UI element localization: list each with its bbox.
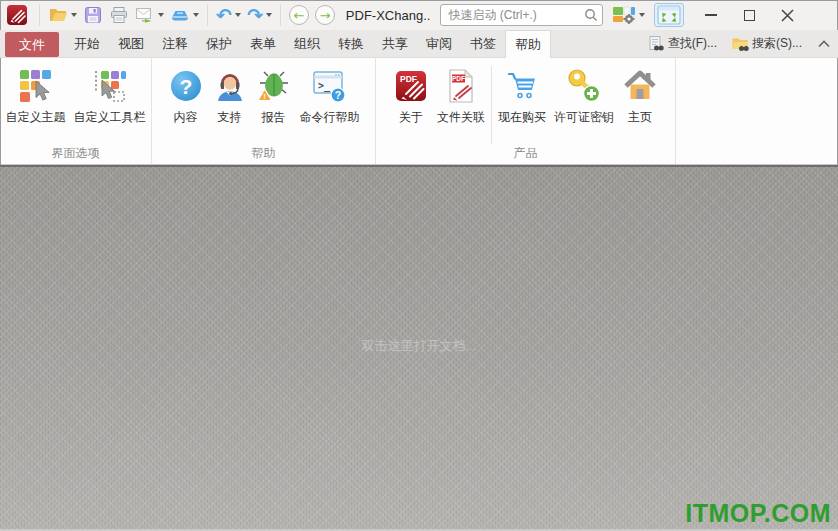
find-button[interactable]: 查找(F)... <box>647 35 717 53</box>
fullscreen-icon <box>657 5 681 25</box>
undo-icon: ↶ <box>216 5 232 25</box>
svg-text:!: ! <box>263 92 266 101</box>
tab-comment[interactable]: 注释 <box>153 30 197 57</box>
window-controls <box>692 0 806 30</box>
close-button[interactable] <box>768 0 806 30</box>
ribbon-empty-area <box>676 58 838 164</box>
home-icon <box>622 68 658 104</box>
print-button[interactable] <box>106 3 132 27</box>
open-document-hint: 双击这里打开文档... <box>362 337 477 355</box>
help-contents-icon: ? <box>168 68 204 104</box>
redo-icon: ↷ <box>247 5 263 25</box>
support-agent-icon <box>212 68 248 104</box>
button-label: 内容 <box>174 109 198 126</box>
fullscreen-button[interactable] <box>654 3 684 27</box>
save-button[interactable] <box>80 3 106 27</box>
search-button[interactable]: 搜索(S)... <box>731 35 802 53</box>
svg-text:PDF: PDF <box>400 74 417 84</box>
customize-theme-icon <box>18 68 54 104</box>
tab-protect[interactable]: 保护 <box>197 30 241 57</box>
customize-toolbars-icon <box>92 68 128 104</box>
ui-options-button[interactable] <box>609 3 648 27</box>
dropdown-caret[interactable] <box>235 13 241 17</box>
minimize-button[interactable] <box>692 0 730 30</box>
folder-open-icon <box>48 5 68 25</box>
title-bar: ↶ ↷ ← → PDF-XChang.. <box>0 0 838 30</box>
open-button[interactable] <box>45 3 80 27</box>
tab-view[interactable]: 视图 <box>109 30 153 57</box>
quick-launch-search[interactable] <box>440 4 603 26</box>
button-label: 现在购买 <box>498 109 546 126</box>
bug-report-icon: ! <box>256 68 292 104</box>
toolbar-separator <box>39 4 40 26</box>
button-label: 命令行帮助 <box>300 109 360 126</box>
quick-launch-input[interactable] <box>440 4 603 26</box>
find-label: 查找(F)... <box>668 35 717 52</box>
command-line-help-button[interactable]: >_ ? 命令行帮助 <box>296 66 364 128</box>
tab-review[interactable]: 审阅 <box>417 30 461 57</box>
dropdown-caret[interactable] <box>639 13 645 17</box>
group-label: 帮助 <box>152 144 375 164</box>
svg-text:PDF: PDF <box>452 75 465 82</box>
search-label: 搜索(S)... <box>752 35 802 52</box>
maximize-button[interactable] <box>730 0 768 30</box>
button-label: 支持 <box>218 109 242 126</box>
tab-file[interactable]: 文件 <box>5 32 59 57</box>
app-logo-icon <box>6 4 28 26</box>
toolbar-separator <box>207 4 208 26</box>
contents-button[interactable]: ? 内容 <box>164 66 208 128</box>
about-button[interactable]: PDF 关于 <box>389 66 433 128</box>
undo-button[interactable]: ↶ <box>213 3 244 27</box>
group-inner-separator <box>491 66 492 144</box>
tab-form[interactable]: 表单 <box>241 30 285 57</box>
document-canvas[interactable]: 双击这里打开文档... ITMOP.COM <box>0 165 838 531</box>
redo-button[interactable]: ↷ <box>244 3 275 27</box>
scanner-icon <box>170 5 190 25</box>
customize-toolbars-button[interactable]: 自定义工具栏 <box>70 66 150 128</box>
back-button[interactable]: ← <box>289 5 309 25</box>
email-button[interactable] <box>132 3 167 27</box>
tab-home[interactable]: 开始 <box>65 30 109 57</box>
tab-convert[interactable]: 转换 <box>329 30 373 57</box>
tab-share[interactable]: 共享 <box>373 30 417 57</box>
svg-text:?: ? <box>179 75 192 98</box>
file-associations-button[interactable]: PDF 文件关联 <box>433 66 489 128</box>
scan-button[interactable] <box>167 3 202 27</box>
watermark-text: ITMOP.COM <box>685 499 831 528</box>
search-folder-icon <box>731 35 749 53</box>
ribbon-tab-bar: 文件 开始 视图 注释 保护 表单 组织 转换 共享 审阅 书签 帮助 查找(F… <box>0 30 838 58</box>
dropdown-caret[interactable] <box>266 13 272 17</box>
tab-help[interactable]: 帮助 <box>505 30 551 58</box>
app-window: ↶ ↷ ← → PDF-XChang.. <box>0 0 838 531</box>
button-label: 主页 <box>628 109 652 126</box>
tab-bookmarks[interactable]: 书签 <box>461 30 505 57</box>
customize-theme-button[interactable]: 自定义主题 <box>2 66 70 128</box>
report-button[interactable]: ! 报告 <box>252 66 296 128</box>
forward-button[interactable]: → <box>315 5 335 25</box>
home-page-button[interactable]: 主页 <box>618 66 662 128</box>
dropdown-caret[interactable] <box>71 13 77 17</box>
find-document-icon <box>647 35 665 53</box>
group-product: PDF 关于 PDF <box>376 58 676 164</box>
support-button[interactable]: 支持 <box>208 66 252 128</box>
license-key-icon <box>566 68 602 104</box>
dropdown-caret[interactable] <box>158 13 164 17</box>
collapse-ribbon-button[interactable] <box>818 40 830 48</box>
svg-text:>_: >_ <box>318 80 331 92</box>
window-title: PDF-XChang.. <box>346 8 431 23</box>
search-icon <box>583 7 599 23</box>
command-line-icon: >_ ? <box>312 68 348 104</box>
button-label: 报告 <box>262 109 286 126</box>
license-key-button[interactable]: 许可证密钥 <box>550 66 618 128</box>
buy-now-button[interactable]: 现在购买 <box>494 66 550 128</box>
toolbar-separator <box>280 4 281 26</box>
file-associations-icon: PDF <box>443 68 479 104</box>
button-label: 自定义工具栏 <box>74 109 146 126</box>
button-label: 自定义主题 <box>6 109 66 126</box>
dropdown-caret[interactable] <box>193 13 199 17</box>
tab-organize[interactable]: 组织 <box>285 30 329 57</box>
button-label: 文件关联 <box>437 109 485 126</box>
minimize-icon <box>705 14 717 16</box>
ribbon-help-panel: 自定义主题 自定义工具栏 界面选项 <box>0 58 838 165</box>
button-label: 许可证密钥 <box>554 109 614 126</box>
